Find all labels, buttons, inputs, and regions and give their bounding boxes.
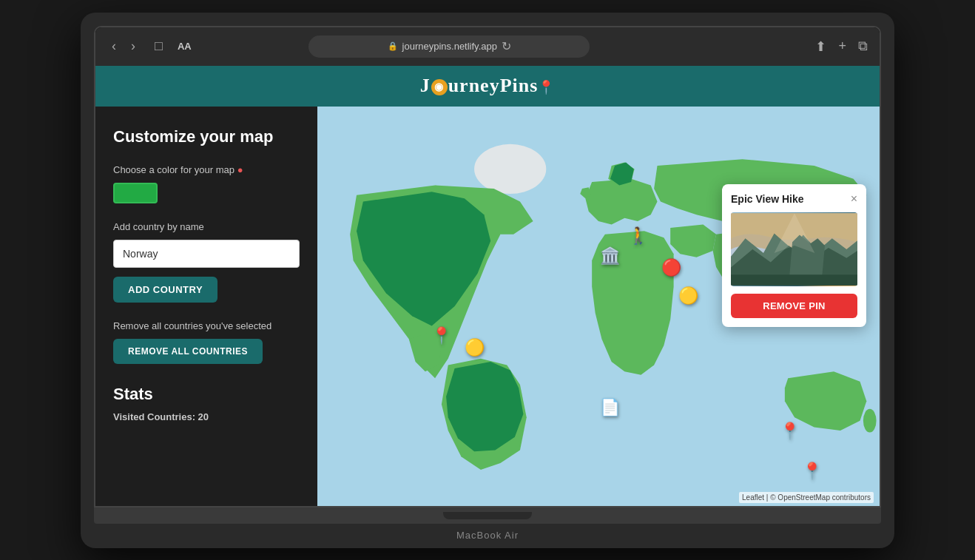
add-country-button[interactable]: Add Country (113, 277, 217, 303)
map-container[interactable]: 📍 🟡 🔴 🟡 🚶 🏛️ 📄 📍 📍 Epic View Hike × (317, 107, 880, 506)
laptop-base (94, 507, 881, 524)
color-label: Choose a color for your map ● (113, 164, 300, 175)
remove-pin-button[interactable]: Remove Pin (731, 294, 857, 318)
popup-landscape-image (731, 212, 857, 286)
osm-text: © OpenStreetMap contributors (770, 493, 871, 502)
pin-popup: Epic View Hike × (722, 184, 866, 327)
map-pin-1[interactable]: 📍 (431, 326, 451, 345)
svg-point-3 (863, 408, 877, 432)
leaflet-attr: Leaflet (742, 493, 764, 502)
sidebar: Customize your map Choose a color for yo… (95, 107, 317, 506)
stats-heading: Stats (113, 385, 300, 404)
visited-countries-stat: Visited Countries: 20 (113, 411, 300, 422)
map-pin-5[interactable]: 🚶 (628, 226, 648, 246)
app-logo: J◉urneyPins📍 (420, 75, 556, 97)
refresh-button[interactable]: ↻ (502, 39, 511, 53)
popup-header: Epic View Hike × (731, 193, 857, 205)
color-picker[interactable] (113, 183, 158, 203)
laptop-notch (443, 512, 532, 519)
svg-point-1 (474, 144, 546, 193)
map-pin-3[interactable]: 🔴 (661, 258, 681, 277)
popup-close-button[interactable]: × (851, 193, 857, 205)
remove-all-label: Remove all countries you've selected (113, 320, 300, 331)
tabs-button[interactable]: ⧉ (858, 38, 868, 55)
browser-actions: ⬆ + ⧉ (815, 38, 868, 55)
sidebar-heading: Customize your map (113, 127, 300, 146)
popup-image (731, 212, 857, 286)
bookmarks-button[interactable]: □ (149, 38, 169, 54)
map-pin-6[interactable]: 🏛️ (600, 246, 620, 266)
map-pin-nz[interactable]: 📍 (802, 462, 822, 481)
country-label: Add country by name (113, 221, 300, 232)
back-button[interactable]: ‹ (107, 36, 121, 57)
country-input[interactable] (113, 240, 300, 268)
map-pin-2[interactable]: 🟡 (465, 338, 485, 357)
map-pin-aus[interactable]: 📍 (780, 422, 800, 441)
reader-mode-button[interactable]: AA (178, 41, 192, 52)
title-rest: urneyPins (448, 75, 539, 96)
lock-icon: 🔒 (388, 41, 398, 51)
map-pin-7[interactable]: 📄 (600, 398, 620, 417)
title-o: ◉ (431, 79, 448, 95)
title-pin-icon: 📍 (538, 80, 555, 95)
browser-nav[interactable]: ‹ › (107, 36, 140, 57)
address-bar[interactable]: 🔒 journeypins.netlify.app ↻ (308, 36, 590, 58)
app-header: J◉urneyPins📍 (95, 66, 880, 107)
url-text: journeypins.netlify.app (402, 41, 497, 52)
map-attribution: Leaflet | © OpenStreetMap contributors (739, 492, 874, 503)
browser-chrome: ‹ › □ AA 🔒 journeypins.netlify.app ↻ ⬆ +… (95, 27, 880, 66)
popup-title: Epic View Hike (731, 193, 804, 205)
map-pin-4[interactable]: 🟡 (678, 286, 698, 306)
required-dot: ● (235, 164, 243, 175)
remove-all-countries-button[interactable]: Remove All Countries (113, 339, 263, 364)
title-j: J (420, 75, 431, 96)
forward-button[interactable]: › (126, 36, 140, 57)
share-button[interactable]: ⬆ (815, 38, 826, 55)
app-body: Customize your map Choose a color for yo… (95, 107, 880, 506)
macbook-label: MacBook Air (94, 524, 881, 548)
new-tab-button[interactable]: + (838, 38, 846, 55)
